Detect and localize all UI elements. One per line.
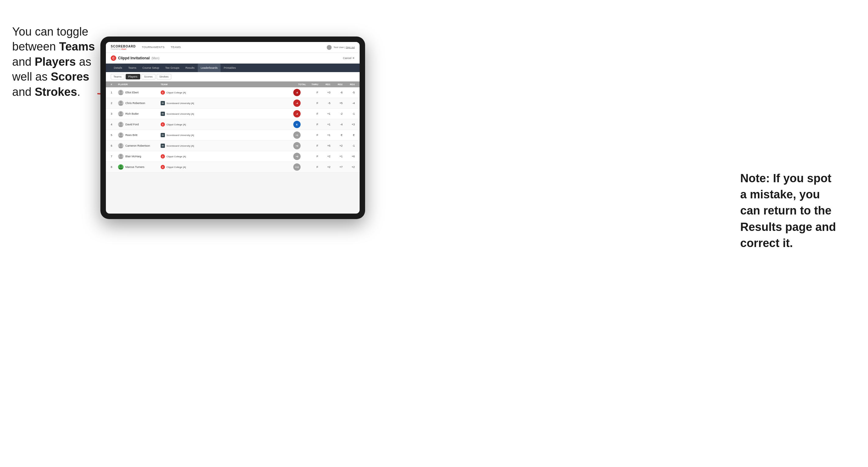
player-cell: Rich Butler [118,111,161,117]
score-badge: +11 [293,163,301,171]
player-cell: Rees Britt [118,132,161,138]
scoreboard-logo: SCOREBOARD Powered by clippd [111,45,136,50]
nav-tournaments[interactable]: TOURNAMENTS [142,45,164,49]
tournament-title: C Clippd Invitational (Men) [111,55,159,61]
table-row: 3 Rich Butler SU Scoreboard University [… [106,108,360,119]
th-rd2: RD2 [331,83,343,86]
rd2: +1 [331,155,343,158]
tournament-header: C Clippd Invitational (Men) Cancel ✕ [106,53,360,64]
player-cell: Elliot Ebert [118,90,161,95]
score-badge: -8 [293,89,301,96]
total-cell: E [288,121,306,128]
rd3: -5 [343,91,355,94]
thru: F [306,165,318,168]
team-cell: C Clippd College [A] [161,122,215,127]
sub-tab-bar: Teams Players Scores Strokes [106,72,360,82]
rd1: +2 [318,165,331,168]
sub-tab-teams[interactable]: Teams [111,74,124,80]
th-rd3: RD3 [343,83,355,86]
team-logo: C [161,90,165,95]
team-cell: C Clippd College [A] [161,165,215,169]
svg-point-1 [120,90,122,93]
thru: F [306,112,318,115]
rd3: -4 [343,102,355,105]
nav-user: Test User | Sign out [334,46,355,49]
player-avatar [118,100,124,106]
rd2: +5 [331,102,343,105]
tab-leaderboards[interactable]: Leaderboards [198,64,221,72]
row-num: 8 [111,165,118,168]
rd3: +2 [343,165,355,168]
player-cell: Cameron Robertson [118,143,161,149]
thru: F [306,155,318,158]
team-cell: SU Scoreboard University [A] [161,133,215,137]
th-thru: THRU [306,83,318,86]
tab-bar: Details Teams Course Setup Tee Groups Re… [106,64,360,72]
cancel-button[interactable]: Cancel ✕ [343,57,355,60]
rd1: +1 [318,133,331,136]
svg-point-3 [120,112,122,114]
tab-results[interactable]: Results [183,64,198,72]
user-avatar [327,45,332,50]
row-num: 1 [111,91,118,94]
player-avatar [118,122,124,127]
rd1: +1 [318,123,331,126]
left-annotation: You can toggle between Teams and Players… [12,24,97,99]
th-rd1: RD1 [318,83,331,86]
player-cell: Blair McHarg [118,154,161,159]
row-num: 6 [111,144,118,147]
team-cell: C Clippd College [A] [161,154,215,158]
sub-tab-players[interactable]: Players [126,74,140,80]
player-avatar [118,164,124,170]
thru: F [306,144,318,147]
sub-tab-strokes[interactable]: Strokes [157,74,172,80]
tab-printables[interactable]: Printables [221,64,239,72]
player-name: Marcus Turners [125,165,145,168]
thru: F [306,102,318,105]
tab-tee-groups[interactable]: Tee Groups [162,64,183,72]
table-row: 4 David Ford C Clippd College [A] E F +1 [106,119,360,130]
rd1: +5 [318,144,331,147]
table-row: 1 Elliot Ebert C Clippd College [A] -8 F… [106,87,360,98]
tab-details[interactable]: Details [111,64,125,72]
th-player: PLAYER [118,83,161,86]
team-logo: C [161,154,165,158]
score-badge: E [293,121,301,128]
c-logo: C [111,55,116,61]
row-num: 2 [111,102,118,105]
player-name: Cameron Robertson [125,144,150,147]
team-logo: C [161,165,165,169]
row-num: 3 [111,112,118,115]
tournament-name: Clippd Invitational [118,56,150,60]
team-cell: SU Scoreboard University [A] [161,101,215,105]
tablet-screen: SCOREBOARD Powered by clippd TOURNAMENTS… [106,42,360,214]
rd2: +7 [331,165,343,168]
total-cell: -8 [288,89,306,96]
total-cell: +1 [288,131,306,139]
svg-point-6 [120,144,122,146]
nav-links: TOURNAMENTS TEAMS [142,45,327,49]
team-name: Clippd College [A] [166,123,186,126]
table-row: 2 Chris Robertson SU Scoreboard Universi… [106,98,360,108]
player-avatar [118,111,124,117]
thru: F [306,123,318,126]
team-cell: C Clippd College [A] [161,90,215,95]
tab-teams[interactable]: Teams [125,64,140,72]
player-avatar [118,90,124,95]
player-cell: David Ford [118,122,161,127]
score-badge: +8 [293,153,301,160]
svg-point-9 [120,165,122,167]
player-cell: Chris Robertson [118,100,161,106]
rd1: -5 [318,102,331,105]
th-total: TOTAL [288,83,306,86]
sub-tab-scores[interactable]: Scores [142,74,155,80]
svg-point-2 [120,101,122,103]
player-name: David Ford [125,123,139,126]
tab-course-setup[interactable]: Course Setup [140,64,162,72]
nav-teams[interactable]: TEAMS [171,45,181,49]
player-avatar [118,143,124,149]
player-name: Rich Butler [125,112,139,115]
total-cell: -4 [288,99,306,107]
nav-right: Test User | Sign out [327,45,355,50]
score-badge: -2 [293,110,301,118]
